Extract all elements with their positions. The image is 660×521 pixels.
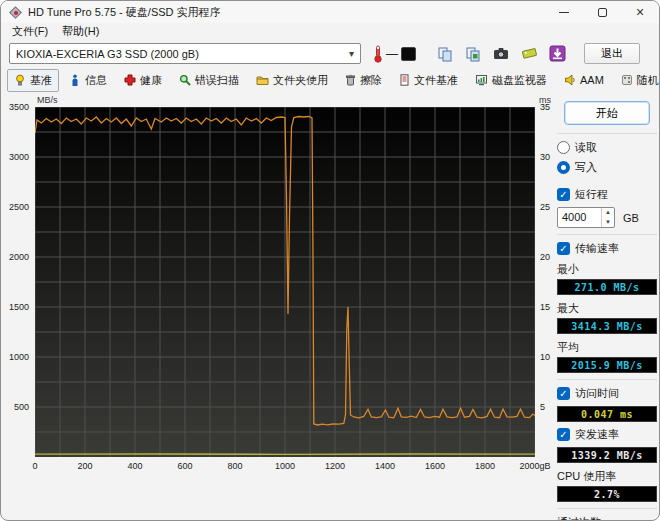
avg-value: 2015.9 MB/s (557, 357, 657, 373)
axis-tick: 10 (540, 352, 550, 362)
stepper-up-icon[interactable]: ▲ (602, 208, 614, 218)
avg-label: 平均 (557, 340, 657, 355)
tab-info[interactable]: 信息 (62, 69, 114, 92)
tab-benchmark[interactable]: 基准 (7, 69, 59, 92)
menu-help[interactable]: 帮助(H) (55, 23, 106, 40)
pass-count-label: 通过次数 (557, 515, 657, 521)
write-radio-label: 写入 (575, 160, 597, 175)
app-window: HD Tune Pro 5.75 - 硬盘/SSD 实用程序 × 文件(F) 帮… (0, 0, 660, 521)
download-arrow-icon (549, 45, 566, 62)
burst-rate-row[interactable]: ✓ 突发速率 (557, 427, 657, 442)
transfer-rate-checkbox[interactable]: ✓ (557, 242, 570, 255)
magnifier-icon (179, 74, 191, 86)
chevron-down-icon: ▾ (349, 48, 354, 59)
tab-folder-usage[interactable]: 文件夹使用 (249, 69, 335, 92)
access-time-value: 0.047 ms (557, 406, 657, 422)
copy-icon (437, 46, 453, 62)
axis-tick: 5 (540, 402, 545, 412)
screenshot-button[interactable] (490, 44, 512, 64)
cpu-usage-label: CPU 使用率 (557, 469, 657, 484)
short-stroke-unit: GB (623, 212, 639, 224)
tab-random-access[interactable]: 随机访问 (614, 69, 660, 92)
separator (557, 379, 657, 380)
axis-tick: 30 (540, 152, 550, 162)
access-time-checkbox[interactable]: ✓ (557, 387, 570, 400)
axis-tick: 35 (540, 102, 550, 112)
drive-selector-value: KIOXIA-EXCERIA G3 SSD (2000 gB) (16, 48, 199, 60)
axis-tick: 500 (5, 402, 29, 412)
folder-icon (256, 74, 269, 86)
burst-rate-value: 1339.2 MB/s (557, 447, 657, 463)
axis-tick: 1000 (275, 461, 295, 471)
menu-bar: 文件(F) 帮助(H) (1, 23, 659, 40)
burst-rate-checkbox[interactable]: ✓ (557, 428, 570, 441)
y-axis-right-ticks: 3530252015105 (538, 107, 558, 457)
minimize-icon (559, 12, 569, 13)
transfer-rate-label: 传输速率 (575, 241, 619, 256)
maximize-icon (598, 8, 607, 17)
read-radio-row[interactable]: 读取 (557, 140, 657, 155)
axis-tick: 15 (540, 302, 550, 312)
save-results-button[interactable] (518, 44, 540, 64)
monitor-icon (475, 74, 488, 86)
info-icon (69, 74, 81, 86)
axis-tick: 2000gB (519, 461, 550, 471)
axis-tick: 2500 (5, 202, 29, 212)
separator (557, 508, 657, 509)
read-radio[interactable] (557, 141, 570, 154)
drive-selector[interactable]: KIOXIA-EXCERIA G3 SSD (2000 gB) ▾ (9, 43, 361, 64)
write-radio-row[interactable]: 写入 (557, 160, 657, 175)
short-stroke-checkbox[interactable]: ✓ (557, 188, 570, 201)
axis-tick: 3000 (5, 152, 29, 162)
temperature-value: — (386, 47, 398, 61)
title-bar: HD Tune Pro 5.75 - 硬盘/SSD 实用程序 × (1, 1, 659, 23)
separator (557, 234, 657, 235)
short-stroke-value[interactable]: 4000 (558, 208, 601, 227)
axis-tick: 2000 (5, 252, 29, 262)
transfer-rate-row[interactable]: ✓ 传输速率 (557, 241, 657, 256)
cpu-usage-value: 2.7% (557, 486, 657, 502)
exit-button[interactable]: 退出 (584, 43, 640, 64)
separator (557, 133, 657, 134)
temperature-display (401, 47, 416, 61)
menu-file[interactable]: 文件(F) (5, 23, 55, 40)
axis-tick: 800 (227, 461, 242, 471)
min-label: 最小 (557, 262, 657, 277)
axis-tick: 20 (540, 252, 550, 262)
sidebar: 开始 读取 写入 ✓ 短行程 4000 ▲▼ GB (557, 99, 657, 521)
window-title: HD Tune Pro 5.75 - 硬盘/SSD 实用程序 (28, 5, 221, 20)
stepper-down-icon[interactable]: ▼ (602, 218, 614, 228)
tab-error-scan[interactable]: 错误扫描 (172, 69, 246, 92)
maximize-button[interactable] (583, 1, 621, 23)
health-cross-icon (124, 74, 136, 86)
short-stroke-stepper[interactable]: 4000 ▲▼ (557, 207, 615, 228)
tab-health[interactable]: 健康 (117, 69, 169, 92)
tag-icon (521, 47, 538, 60)
close-button[interactable]: × (621, 1, 659, 23)
minimize-button[interactable] (545, 1, 583, 23)
dice-icon (621, 74, 633, 86)
access-time-label: 访问时间 (575, 386, 619, 401)
copy-to-file-button[interactable] (462, 44, 484, 64)
benchmark-chart: MB/s ms 350030002500200015001000500 3530… (5, 93, 557, 521)
start-button[interactable]: 开始 (564, 101, 650, 125)
axis-tick: 1200 (325, 461, 345, 471)
benchmark-plot-svg (35, 107, 535, 457)
copy-screenshot-button[interactable] (434, 44, 456, 64)
write-radio[interactable] (557, 161, 570, 174)
camera-icon (493, 47, 509, 60)
short-stroke-row[interactable]: ✓ 短行程 (557, 187, 657, 202)
access-time-row[interactable]: ✓ 访问时间 (557, 386, 657, 401)
trash-icon (345, 74, 356, 86)
download-button[interactable] (546, 44, 568, 64)
tab-file-benchmark[interactable]: 文件基准 (392, 69, 465, 92)
tab-aam[interactable]: AAM (557, 70, 611, 90)
short-stroke-size-row: 4000 ▲▼ GB (557, 207, 657, 228)
tab-bar: 基准 信息 健康 错误扫描 文件夹使用 擦除 文件基准 磁盘监视器 (1, 67, 659, 93)
axis-tick: 1600 (425, 461, 445, 471)
axis-tick: 1800 (475, 461, 495, 471)
tab-disk-monitor[interactable]: 磁盘监视器 (468, 69, 554, 92)
file-icon (399, 74, 410, 86)
main-content: MB/s ms 350030002500200015001000500 3530… (1, 93, 659, 521)
tab-erase[interactable]: 擦除 (338, 69, 389, 92)
